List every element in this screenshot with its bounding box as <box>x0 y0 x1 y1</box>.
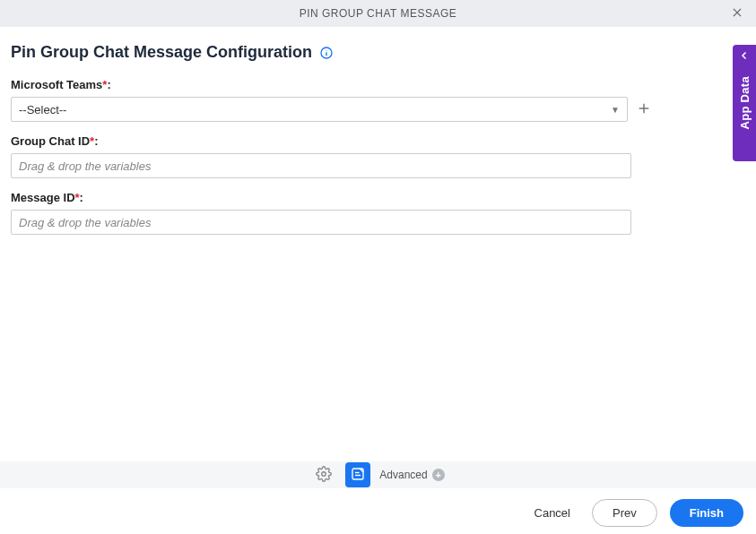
svg-point-4 <box>326 49 326 50</box>
titlebar: PIN GROUP CHAT MESSAGE <box>0 0 756 27</box>
add-connection-button[interactable] <box>637 100 651 118</box>
app-data-panel-toggle[interactable]: App Data <box>733 45 756 161</box>
teams-label-text: Microsoft Teams <box>11 78 102 91</box>
close-button[interactable] <box>727 4 747 23</box>
advanced-label: Advanced <box>379 469 427 481</box>
bottom-toolbar: Advanced + <box>0 461 756 488</box>
footer: Cancel Prev Finish <box>0 495 756 530</box>
message-label-text: Message ID <box>11 191 75 204</box>
page-body: Pin Group Chat Message Configuration Mic… <box>0 27 756 235</box>
teams-select-value: --Select-- <box>19 103 66 116</box>
teams-label: Microsoft Teams*: <box>11 78 639 91</box>
teams-select-row: --Select-- ▼ <box>11 97 639 122</box>
gear-icon <box>316 466 332 485</box>
prev-button[interactable]: Prev <box>592 499 657 527</box>
svg-point-7 <box>322 471 326 476</box>
note-icon <box>350 466 366 485</box>
chevron-left-icon <box>739 50 750 64</box>
note-button[interactable] <box>345 462 370 487</box>
caret-down-icon: ▼ <box>611 105 620 115</box>
titlebar-title: PIN GROUP CHAT MESSAGE <box>300 7 457 20</box>
field-group-chat-id: Group Chat ID*: <box>11 134 639 178</box>
plus-icon <box>637 101 651 118</box>
message-label: Message ID*: <box>11 191 639 204</box>
colon: : <box>80 191 83 204</box>
finish-button[interactable]: Finish <box>670 499 743 527</box>
close-icon <box>731 6 743 22</box>
page-title-row: Pin Group Chat Message Configuration <box>11 43 745 62</box>
message-input[interactable] <box>11 210 631 235</box>
field-message-id: Message ID*: <box>11 191 639 235</box>
advanced-toggle[interactable]: Advanced + <box>379 469 444 481</box>
plus-circle-icon: + <box>432 469 445 481</box>
cancel-button[interactable]: Cancel <box>526 501 579 525</box>
app-data-label: App Data <box>738 76 752 129</box>
settings-button[interactable] <box>311 462 336 487</box>
field-microsoft-teams: Microsoft Teams*: --Select-- ▼ <box>11 78 639 122</box>
page-title: Pin Group Chat Message Configuration <box>11 43 312 62</box>
info-icon[interactable] <box>319 46 334 60</box>
teams-select[interactable]: --Select-- ▼ <box>11 97 628 122</box>
colon: : <box>94 134 98 148</box>
groupchat-label: Group Chat ID*: <box>11 134 639 148</box>
colon: : <box>107 78 110 91</box>
groupchat-input[interactable] <box>11 153 631 178</box>
groupchat-label-text: Group Chat ID <box>11 134 90 148</box>
